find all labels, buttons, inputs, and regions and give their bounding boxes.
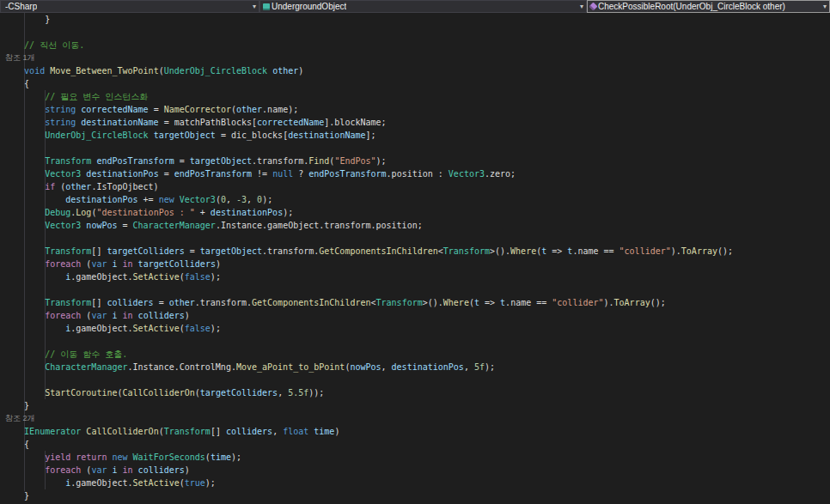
member-dropdown-label: CheckPossibleRoot(UnderObj_CircleBlock o… [598, 2, 785, 11]
code-token: Vector3 [180, 195, 216, 204]
code-line: void Move_Between_TwoPoint(UnderObj_Circ… [0, 64, 830, 77]
code-line: if (other.IsTopOjbect) [0, 180, 830, 193]
code-token: other [272, 66, 298, 76]
code-editor[interactable]: } // 직선 이동.참조 1개 void Move_Between_TwoPo… [0, 13, 830, 504]
code-token [3, 465, 45, 475]
code-token: .name); [262, 105, 298, 114]
code-token: StartCoroutine [45, 388, 117, 398]
code-token: , [464, 362, 474, 372]
code-token [3, 298, 45, 307]
code-token [3, 156, 45, 166]
code-token: Debug [45, 208, 70, 217]
code-line: // 직선 이동. [0, 39, 830, 52]
code-line: } [0, 399, 830, 412]
code-line: foreach (var i in colliders) [0, 464, 830, 477]
code-token: , [226, 195, 236, 204]
code-token: UnderObj_CircleBlock [164, 66, 267, 76]
code-token: Find [308, 156, 329, 166]
code-line: IEnumerator CallColliderOn(Transform[] c… [0, 425, 830, 438]
code-token: Move_Between_TwoPoint [50, 66, 158, 76]
code-token: null [272, 169, 293, 179]
code-token: ); [283, 208, 293, 217]
code-token: endPosTransform [308, 169, 386, 179]
chevron-down-icon: ▾ [249, 3, 256, 10]
code-token [3, 272, 65, 282]
code-token: foreach [45, 311, 81, 320]
code-token: "collider" [552, 298, 603, 307]
code-token: targetObject [200, 246, 262, 256]
codelens-references[interactable]: 참조 2개 [0, 412, 830, 425]
code-token: Vector3 [45, 221, 81, 230]
code-token: , [247, 195, 257, 204]
code-token [3, 311, 45, 320]
code-token: ); [376, 156, 387, 166]
code-line-blank [0, 26, 830, 39]
code-token: .gameObject. [70, 478, 132, 488]
type-dropdown[interactable]: UndergroundObject ▾ [259, 0, 587, 13]
code-token: correctedName [257, 118, 324, 127]
code-token: != [252, 169, 272, 179]
code-line: foreach (var i in colliders) [0, 309, 830, 322]
code-token [3, 259, 45, 269]
code-token: string [45, 105, 76, 114]
code-token: correctedName [81, 105, 148, 114]
code-token: in [123, 465, 133, 475]
code-token: CallColliderOn [123, 388, 195, 398]
code-token: true [185, 478, 205, 488]
code-token: Vector3 [449, 169, 485, 179]
code-line: // 필요 변수 인스턴스화 [0, 90, 830, 103]
code-token: CallColliderOn [86, 427, 158, 436]
code-line: Transform[] colliders = other.transform.… [0, 296, 830, 309]
code-token: GetComponentsInChildren [319, 246, 437, 256]
code-token: SetActive [133, 478, 180, 488]
code-token: = [159, 169, 174, 179]
code-token: ). [604, 298, 614, 307]
code-token: => [546, 246, 567, 256]
navigation-bar: -CSharp ▾ UndergroundObject ▾ CheckPossi… [0, 0, 830, 13]
code-line: string correctedName = NameCorrector(oth… [0, 103, 830, 116]
code-token: ) [216, 259, 221, 269]
code-token: false [185, 272, 211, 282]
code-token: WaitForSeconds [133, 452, 205, 462]
code-token [3, 221, 45, 230]
code-line: UnderObj_CircleBlock targetObject = dic_… [0, 129, 830, 142]
code-token: = [154, 298, 169, 307]
code-token [3, 182, 45, 191]
code-token: + [195, 208, 211, 217]
code-token: colliders [226, 427, 272, 436]
code-token: foreach [45, 259, 81, 269]
project-dropdown[interactable]: -CSharp ▾ [0, 0, 259, 13]
code-token [3, 66, 24, 76]
code-token: Transform [443, 246, 490, 256]
code-token: endPosTransform [96, 156, 174, 166]
code-token: Transform [45, 156, 91, 166]
member-dropdown[interactable]: CheckPossibleRoot(UnderObj_CircleBlock o… [587, 0, 830, 13]
code-token: = matchPathBlocks[ [159, 118, 257, 127]
code-token: ); [211, 272, 221, 282]
code-token: 5.5f [288, 388, 308, 398]
code-token: return [76, 452, 107, 462]
code-token: += [138, 195, 159, 204]
code-token: Transform [376, 298, 423, 307]
code-token: = [185, 246, 200, 256]
code-token: .IsTopOjbect) [91, 182, 158, 191]
code-token: , [272, 427, 283, 436]
code-token [3, 478, 65, 488]
code-token [3, 195, 65, 204]
code-token: ); [205, 478, 216, 488]
code-token: colliders [138, 465, 185, 475]
code-token: SetActive [133, 272, 180, 282]
code-token: Transform [45, 246, 91, 256]
code-token: Log [76, 208, 91, 217]
code-token [3, 452, 45, 462]
code-line: i.gameObject.SetActive(false); [0, 270, 830, 283]
code-token: [] [211, 427, 226, 436]
codelens-references[interactable]: 참조 1개 [0, 52, 830, 64]
code-token: >(). [423, 298, 443, 307]
code-token: nowPos [350, 362, 381, 372]
code-token [3, 324, 65, 333]
code-token: -3 [236, 195, 247, 204]
code-token: ). [671, 246, 681, 256]
code-line: } [0, 13, 830, 26]
code-token: .name == [505, 298, 552, 307]
